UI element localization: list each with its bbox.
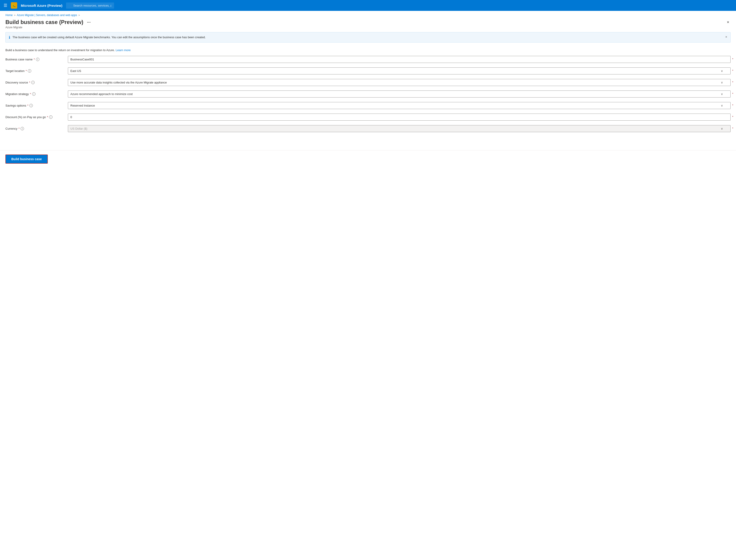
panel-title-block: Build business case (Preview) ··· Azure … [5, 19, 92, 29]
target-location-select[interactable]: East US ∨ [68, 67, 731, 74]
panel-close-button[interactable]: × [725, 19, 731, 26]
azure-bug-icon: 🐛 [11, 2, 17, 9]
search-wrap: 🔍 [66, 2, 114, 9]
description-line: Build a business case to understand the … [0, 45, 736, 54]
req-star-right-7: * [732, 127, 733, 130]
migration-strategy-chevron: ∨ [721, 92, 723, 96]
control-wrap-target-location: East US ∨ * [68, 67, 731, 74]
panel-title-text: Build business case (Preview) [5, 19, 83, 25]
bottom-bar: Build business case [0, 150, 736, 168]
form-row-discount: Discount (%) on Pay as you go * i * [5, 114, 731, 121]
form-row-business-case-name: Business case name * i * [5, 56, 731, 63]
breadcrumb-sep-1: > [14, 14, 15, 17]
search-input[interactable] [66, 2, 114, 9]
required-star-1: * [34, 58, 35, 61]
discount-input[interactable] [68, 114, 731, 121]
migration-strategy-select[interactable]: Azure recommended approach to minimize c… [68, 91, 731, 98]
req-star-right-6: * [732, 115, 733, 119]
required-star-4: * [30, 93, 31, 96]
form-area: Business case name * i * Target location… [0, 54, 736, 141]
info-circle-6[interactable]: i [49, 115, 52, 119]
control-wrap-savings-options: Reserved Instance ∨ * [68, 102, 731, 109]
info-banner: ℹ The business case will be created usin… [5, 32, 731, 43]
discovery-source-chevron: ∨ [721, 81, 723, 84]
control-wrap-discount: * [68, 114, 731, 121]
form-row-discovery-source: Discovery source * i Use more accurate d… [5, 79, 731, 86]
label-target-location: Target location * i [5, 69, 64, 73]
currency-chevron: ∨ [721, 127, 723, 130]
hamburger-icon: ☰ [4, 3, 7, 8]
breadcrumb-home[interactable]: Home [5, 14, 13, 17]
req-star-right-5: * [732, 104, 733, 107]
label-discovery-source: Discovery source * i [5, 81, 64, 84]
panel-header: Build business case (Preview) ··· Azure … [0, 17, 736, 30]
info-circle-7[interactable]: i [21, 127, 24, 130]
form-row-target-location: Target location * i East US ∨ * [5, 67, 731, 74]
form-row-migration-strategy: Migration strategy * i Azure recommended… [5, 91, 731, 98]
info-banner-left: ℹ The business case will be created usin… [9, 35, 206, 40]
info-circle-3[interactable]: i [31, 81, 35, 84]
topbar: ☰ 🐛 Microsoft Azure (Preview) 🔍 [0, 0, 736, 11]
savings-options-select[interactable]: Reserved Instance ∨ [68, 102, 731, 109]
label-text-business-case-name: Business case name [5, 58, 33, 61]
main-panel: Home > Azure Migrate | Servers, database… [0, 11, 736, 560]
control-wrap-currency: US Dollar ($) ∨ * [68, 125, 731, 132]
business-case-name-input[interactable] [68, 56, 731, 63]
control-wrap-migration-strategy: Azure recommended approach to minimize c… [68, 91, 731, 98]
savings-options-value: Reserved Instance [70, 104, 95, 107]
required-star-3: * [29, 81, 30, 84]
req-star-right-2: * [732, 69, 733, 72]
discovery-source-select[interactable]: Use more accurate data insights collecte… [68, 79, 731, 86]
required-star-5: * [27, 104, 29, 107]
learn-more-link[interactable]: Learn more [116, 48, 131, 52]
req-star-right-1: * [732, 58, 733, 61]
label-currency: Currency * i [5, 127, 64, 130]
target-location-chevron: ∨ [721, 69, 723, 73]
breadcrumb-sep-2: > [78, 14, 80, 17]
required-star-7: * [19, 127, 20, 130]
breadcrumb-azure-migrate[interactable]: Azure Migrate | Servers, databases and w… [17, 14, 77, 17]
panel-more-button[interactable]: ··· [86, 19, 92, 25]
label-text-discovery-source: Discovery source [5, 81, 28, 84]
info-circle-5[interactable]: i [29, 104, 33, 107]
description-text: Build a business case to understand the … [5, 48, 115, 52]
required-star-2: * [26, 69, 27, 73]
info-circle-4[interactable]: i [32, 92, 36, 96]
info-icon: ℹ [9, 35, 10, 40]
header-right: × [724, 19, 731, 26]
label-text-discount: Discount (%) on Pay as you go [5, 115, 46, 119]
target-location-value: East US [70, 69, 81, 73]
label-text-target-location: Target location [5, 69, 25, 73]
build-business-case-button[interactable]: Build business case [5, 155, 48, 164]
label-text-currency: Currency [5, 127, 17, 130]
req-star-right-3: * [732, 81, 733, 84]
info-circle-2[interactable]: i [28, 69, 31, 73]
savings-options-chevron: ∨ [721, 104, 723, 107]
form-row-savings-options: Savings options * i Reserved Instance ∨ … [5, 102, 731, 109]
discovery-source-value: Use more accurate data insights collecte… [70, 81, 167, 84]
panel-subtitle: Azure Migrate [5, 26, 92, 29]
migration-strategy-value: Azure recommended approach to minimize c… [70, 92, 133, 96]
currency-value: US Dollar ($) [70, 127, 87, 130]
required-star-6: * [47, 116, 48, 119]
info-banner-close[interactable]: × [725, 35, 727, 39]
control-wrap-business-case-name: * [68, 56, 731, 63]
label-text-migration-strategy: Migration strategy [5, 92, 29, 96]
panel-title-row: Build business case (Preview) ··· [5, 19, 92, 25]
label-migration-strategy: Migration strategy * i [5, 92, 64, 96]
label-business-case-name: Business case name * i [5, 58, 64, 61]
req-star-right-4: * [732, 92, 733, 95]
currency-select[interactable]: US Dollar ($) ∨ [68, 125, 731, 132]
form-row-currency: Currency * i US Dollar ($) ∨ * [5, 125, 731, 132]
info-banner-text: The business case will be created using … [12, 35, 206, 40]
info-circle-1[interactable]: i [36, 58, 39, 61]
label-discount: Discount (%) on Pay as you go * i [5, 115, 64, 119]
breadcrumb: Home > Azure Migrate | Servers, database… [0, 11, 736, 17]
label-savings-options: Savings options * i [5, 104, 64, 107]
control-wrap-discovery-source: Use more accurate data insights collecte… [68, 79, 731, 86]
hamburger-menu[interactable]: ☰ [4, 3, 7, 8]
app-title: Microsoft Azure (Preview) [21, 4, 62, 7]
label-text-savings-options: Savings options [5, 104, 26, 107]
